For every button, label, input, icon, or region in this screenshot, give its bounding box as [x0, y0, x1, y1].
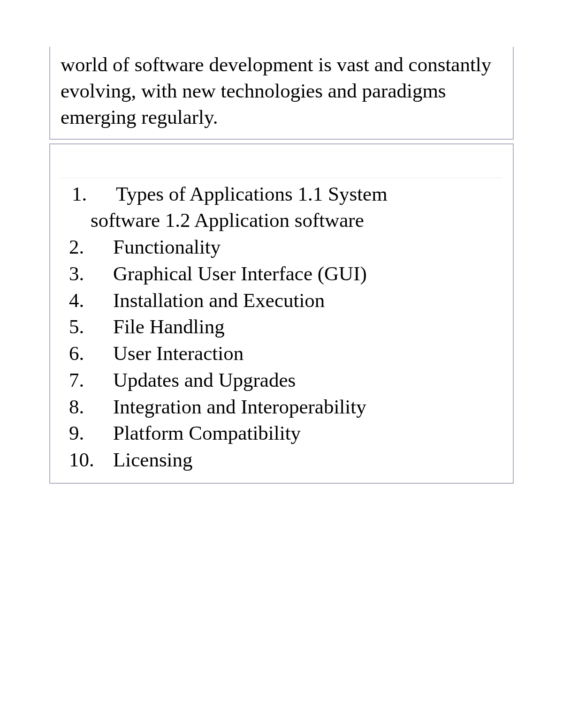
- toc-list: 1. Types of Applications 1.1 System soft…: [61, 181, 502, 473]
- toc-item-number: 9.: [66, 420, 113, 447]
- toc-item-label-cont: software 1.2 Application software: [69, 207, 502, 234]
- toc-item: 4. Installation and Execution: [66, 287, 502, 314]
- intro-paragraph-text: world of software development is vast an…: [61, 53, 491, 128]
- toc-item: 2. Functionality: [66, 234, 502, 261]
- toc-item-label: Types of Applications 1.1 System: [116, 181, 502, 208]
- toc-item-number: 4.: [66, 287, 113, 314]
- toc-item-label: Integration and Interoperability: [113, 394, 502, 420]
- toc-item-number: 2.: [66, 234, 113, 261]
- toc-item-label: User Interaction: [113, 340, 502, 367]
- toc-item-number: 3.: [66, 261, 113, 287]
- toc-item-label: Graphical User Interface (GUI): [113, 261, 502, 287]
- toc-item-number: 5.: [66, 314, 113, 340]
- toc-item-number: 1.: [69, 181, 116, 208]
- toc-item-label: Licensing: [113, 447, 502, 473]
- toc-item-number: 8.: [66, 394, 113, 420]
- toc-item-number: 6.: [66, 340, 113, 367]
- toc-item: 8. Integration and Interoperability: [66, 394, 502, 420]
- toc-header-spacer: [61, 153, 502, 178]
- toc-item-number: 7.: [66, 367, 113, 394]
- toc-item-label: Functionality: [113, 234, 502, 261]
- toc-box: 1. Types of Applications 1.1 System soft…: [49, 143, 514, 484]
- toc-item-label: Platform Compatibility: [113, 420, 502, 447]
- toc-item: 5. File Handling: [66, 314, 502, 340]
- toc-item: 3. Graphical User Interface (GUI): [66, 261, 502, 287]
- intro-paragraph-box: world of software development is vast an…: [49, 47, 514, 140]
- toc-item: 1. Types of Applications 1.1 System soft…: [66, 181, 502, 234]
- toc-item-label: Updates and Upgrades: [113, 367, 502, 394]
- toc-item-label: File Handling: [113, 314, 502, 340]
- toc-item: 9. Platform Compatibility: [66, 420, 502, 447]
- toc-item: 7. Updates and Upgrades: [66, 367, 502, 394]
- toc-item-label: Installation and Execution: [113, 287, 502, 314]
- toc-item: 10. Licensing: [66, 447, 502, 473]
- toc-item: 6. User Interaction: [66, 340, 502, 367]
- toc-item-number: 10.: [66, 447, 113, 473]
